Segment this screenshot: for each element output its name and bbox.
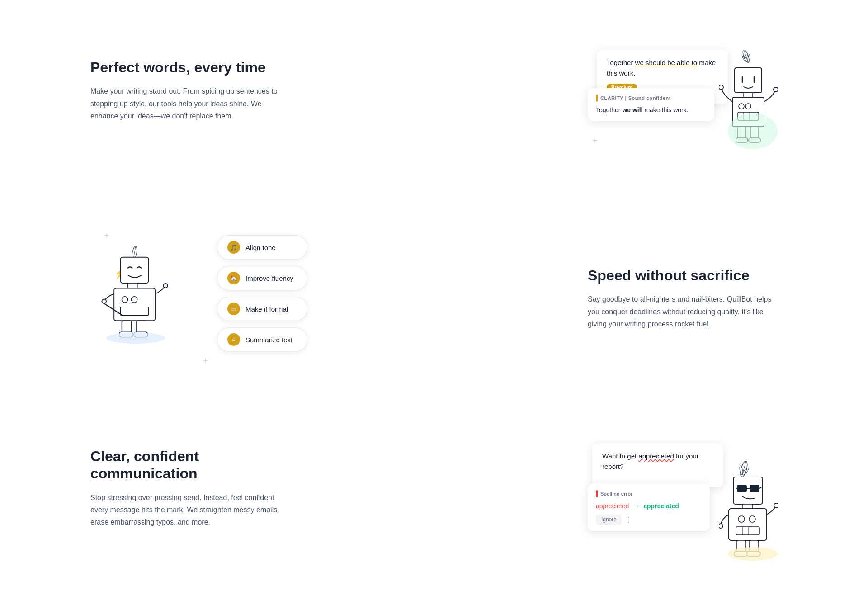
suggestion-text: Together we will make this work. [596,105,706,115]
section3-description: Stop stressing over pressing send. Inste… [90,492,289,529]
spell-arrow: → [632,502,640,510]
improve-fluency-button[interactable]: 🏠 Improve fluency [217,266,307,290]
svg-rect-23 [121,257,149,283]
ignore-button[interactable]: Ignore [596,515,622,525]
align-tone-icon: 🎵 [227,241,240,254]
spell-actions: Ignore ⋮ [596,515,702,525]
svg-rect-24 [128,283,137,288]
plus-decoration: + [104,231,109,241]
align-tone-button[interactable]: 🎵 Align tone [217,235,307,260]
spell-correct-word: appreciated [643,502,679,510]
section2-description: Say goodbye to all-nighters and nail-bit… [588,293,778,330]
svg-rect-4 [735,68,762,93]
plus-decoration: + [203,356,208,366]
plus-decoration: + [592,136,598,146]
spell-wrong-word: apprecieted [596,502,629,510]
section3-title: Clear, confident communication [90,448,289,482]
tool-buttons-container: 🎵 Align tone 🏠 Improve fluency ☰ Make it… [217,235,307,352]
card1-original-text: Together we should be able to make this … [607,58,718,78]
suggestion-bar [596,95,598,102]
align-tone-label: Align tone [245,244,276,251]
svg-point-54 [774,503,778,508]
section1-description: Make your writing stand out. From spicin… [90,85,289,122]
svg-rect-46 [742,504,752,509]
spell-label: Spelling error [596,490,702,497]
svg-point-53 [719,524,723,528]
make-formal-button[interactable]: ☰ Make it formal [217,297,307,321]
suggestion-label: CLARITY | Sound confident [596,95,706,102]
svg-point-14 [719,85,723,90]
summarize-label: Summarize text [245,336,292,344]
section2-visual: + + ⚡ [90,226,307,371]
suggestion-bold-text: we will [622,106,642,113]
svg-point-29 [102,299,106,303]
improve-fluency-icon: 🏠 [227,272,240,284]
section1-visual: + + Together we should be able to make t… [588,45,778,172]
spell-original-text: Want to get apprecieted for your report? [602,451,713,472]
svg-rect-7 [744,93,753,97]
spell-bar [596,490,598,497]
robot-illustration-2: ⚡ [99,244,172,344]
svg-rect-47 [729,509,767,540]
more-options-button[interactable]: ⋮ [625,515,632,524]
svg-point-15 [774,87,778,92]
section1-title: Perfect words, every time [90,59,289,76]
svg-rect-42 [750,485,760,492]
spell-correction: apprecieted → appreciated [596,502,702,510]
summarize-button[interactable]: ≡ Summarize text [217,327,307,352]
suggestion-card: CLARITY | Sound confident Together we wi… [588,88,714,121]
section3-visual: + + Want to get apprecieted for your rep… [588,434,778,561]
suggestion-category: CLARITY | Sound confident [600,95,671,101]
svg-rect-41 [737,485,747,492]
summarize-icon: ≡ [227,333,240,346]
robot-illustration-3 [719,461,778,561]
spell-category: Spelling error [600,491,633,496]
svg-point-31 [163,284,168,288]
section2-title: Speed without sacrifice [588,267,778,284]
make-formal-icon: ☰ [227,302,240,315]
make-formal-label: Make it formal [245,305,288,313]
spelling-card: Want to get apprecieted for your report? [592,443,723,487]
misspelled-word: apprecieted [638,452,674,460]
improve-fluency-label: Improve fluency [245,274,293,282]
spell-suggestion-card: Spelling error apprecieted → appreciated… [588,484,710,531]
underlined-text: we should be able to [635,59,698,66]
robot-illustration-1 [719,50,778,149]
